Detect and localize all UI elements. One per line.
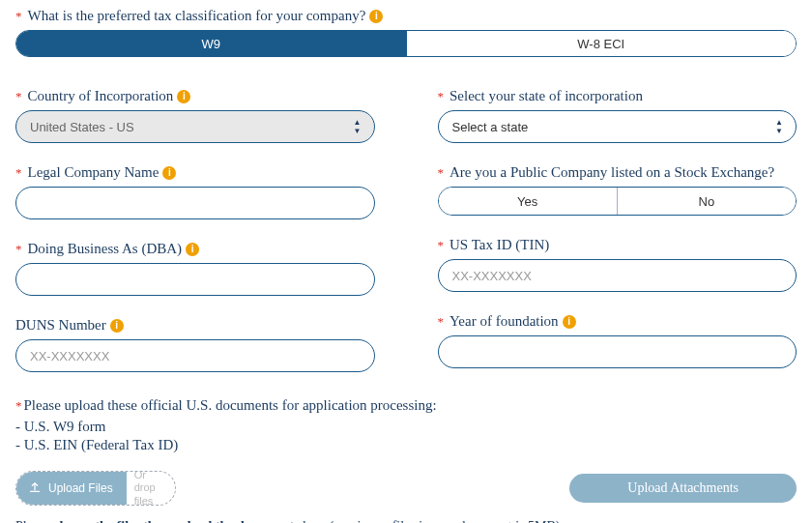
upload-dropzone[interactable]: Upload Files Or drop files xyxy=(15,471,176,506)
info-icon[interactable]: i xyxy=(369,10,383,23)
country-text: Country of Incorporation xyxy=(28,88,174,104)
upload-note: Please choose the files then upload the … xyxy=(15,519,797,523)
tab-w9[interactable]: W9 xyxy=(16,31,406,56)
info-icon[interactable]: i xyxy=(110,319,124,333)
tin-input[interactable] xyxy=(438,259,798,292)
legal-name-text: Legal Company Name xyxy=(28,164,160,181)
country-value: United States - US xyxy=(15,110,375,143)
required-star: * xyxy=(15,242,22,257)
public-co-yes[interactable]: Yes xyxy=(439,188,617,215)
year-text: Year of foundation xyxy=(450,313,559,330)
tax-class-toggle: W9 W-8 ECI xyxy=(15,30,797,57)
upload-item-1: - U.S. W9 form xyxy=(15,419,797,435)
tax-class-text: What is the preferred tax classification… xyxy=(28,8,366,24)
drop-files-text: Or drop files xyxy=(127,471,175,506)
duns-label: DUNS Number i xyxy=(15,317,375,334)
dba-input[interactable] xyxy=(15,263,375,296)
tin-label: * US Tax ID (TIN) xyxy=(438,237,798,253)
info-icon[interactable]: i xyxy=(162,166,176,180)
tax-class-label: * What is the preferred tax classificati… xyxy=(15,8,797,24)
required-star: * xyxy=(438,89,445,104)
upload-files-label: Upload Files xyxy=(48,481,113,495)
info-icon[interactable]: i xyxy=(563,315,576,329)
info-icon[interactable]: i xyxy=(186,243,199,256)
year-input[interactable] xyxy=(438,335,798,368)
dba-label: * Doing Business As (DBA) i xyxy=(15,241,375,257)
country-label: * Country of Incorporation i xyxy=(15,88,375,104)
upload-heading-text: Please upload these official U.S. docume… xyxy=(24,397,437,413)
public-co-label: * Are you a Public Company listed on a S… xyxy=(438,164,798,181)
note-bold: choose the files then upload the documen… xyxy=(53,519,299,523)
tin-text: US Tax ID (TIN) xyxy=(450,237,549,253)
state-select[interactable]: Select a state ▲▼ xyxy=(438,110,798,143)
legal-name-input[interactable] xyxy=(15,187,375,219)
required-star: * xyxy=(15,398,22,413)
upload-attachments-button[interactable]: Upload Attachments xyxy=(569,474,797,503)
required-star: * xyxy=(15,89,22,104)
upload-heading: *Please upload these official U.S. docum… xyxy=(15,397,797,414)
required-star: * xyxy=(438,165,445,181)
required-star: * xyxy=(438,314,445,330)
duns-text: DUNS Number xyxy=(15,317,106,334)
state-label: * Select your state of incorporation xyxy=(438,88,798,104)
public-co-no[interactable]: No xyxy=(618,188,796,215)
note-post: here (maximum file size per document is … xyxy=(300,519,564,523)
required-star: * xyxy=(15,9,22,24)
country-select[interactable]: United States - US ▲▼ xyxy=(15,110,375,143)
duns-input[interactable] xyxy=(15,339,375,372)
upload-icon xyxy=(28,480,42,497)
upload-files-button[interactable]: Upload Files xyxy=(16,472,127,505)
required-star: * xyxy=(438,238,445,253)
state-value: Select a state xyxy=(438,110,798,143)
dba-text: Doing Business As (DBA) xyxy=(28,241,183,257)
year-label: * Year of foundation i xyxy=(438,313,798,330)
public-co-text: Are you a Public Company listed on a Sto… xyxy=(450,164,774,181)
public-co-toggle: Yes No xyxy=(438,187,798,216)
note-pre: Please xyxy=(15,519,53,523)
info-icon[interactable]: i xyxy=(177,90,190,103)
upload-item-2: - U.S. EIN (Federal Tax ID) xyxy=(15,437,797,453)
tab-w8eci[interactable]: W-8 ECI xyxy=(407,31,797,56)
legal-name-label: * Legal Company Name i xyxy=(15,164,375,181)
state-text: Select your state of incorporation xyxy=(450,88,643,104)
required-star: * xyxy=(15,165,22,181)
